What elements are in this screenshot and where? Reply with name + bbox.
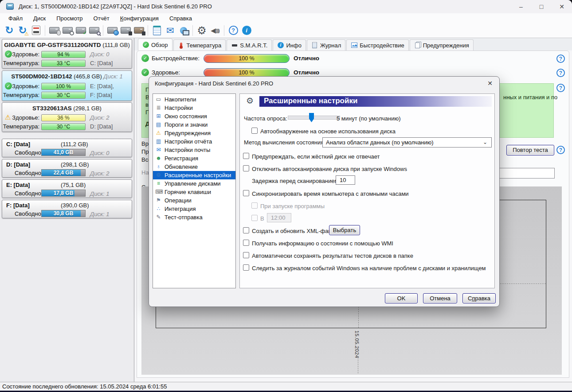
menu-disk[interactable]: Диск xyxy=(28,14,51,23)
info-icon[interactable]: i xyxy=(240,24,253,37)
ok-button[interactable]: OK xyxy=(385,293,418,303)
chart-date-label: 15.05.2024 xyxy=(354,330,360,358)
health-bar: 100 % xyxy=(41,83,86,90)
settings-gear-icon[interactable] xyxy=(195,24,208,37)
cancel-button[interactable]: Отмена xyxy=(423,293,457,303)
partition-panel-f[interactable]: F: [Data] (390,0 GB) Свободно 30,8 GB Ди… xyxy=(2,200,132,218)
maximize-button[interactable]: □ xyxy=(531,0,552,13)
nav-item-advanced-selected[interactable]: ⚙Расширенные настройки xyxy=(153,171,235,179)
notes-icon[interactable] xyxy=(150,24,164,37)
nav-item-test-send[interactable]: ✎Тест-отправка xyxy=(153,213,235,221)
partition-panel-c[interactable]: C: [Data] (111,2 GB) Свободно 41,0 GB Ди… xyxy=(2,139,132,157)
dialog-nav-list: ▭Накопители ≣Настройки ⊞Окно состояния ▤… xyxy=(153,93,236,288)
wmi-label[interactable]: Получать информацию о состоянии с помощь… xyxy=(252,240,393,247)
help-circle-icon[interactable] xyxy=(556,54,565,63)
menu-report[interactable]: Отчёт xyxy=(89,14,114,23)
tab-overview[interactable]: Обзор xyxy=(138,39,172,50)
disk-surface-test-icon[interactable] xyxy=(87,24,101,37)
disk-schedule-icon[interactable] xyxy=(61,24,74,37)
sounds-icon[interactable] xyxy=(208,24,222,37)
eventlog-label[interactable]: Следить за журналом событий Windows на н… xyxy=(252,265,486,272)
sync-time-checkbox[interactable] xyxy=(243,190,249,196)
menu-configuration[interactable]: Конфигурация xyxy=(115,14,164,23)
menu-file[interactable]: Файл xyxy=(4,14,27,23)
nav-item-thresholds[interactable]: ▤Пороги и значки xyxy=(153,120,235,129)
refresh-warning-icon[interactable]: ⚠ xyxy=(16,24,29,37)
disk-test-ok-icon[interactable]: ✓ xyxy=(74,24,87,37)
mail-icon[interactable] xyxy=(164,24,177,37)
warn-not-responding-checkbox[interactable] xyxy=(243,153,249,159)
drive-letters: E: [Data], xyxy=(90,83,114,89)
network-disk-icon[interactable] xyxy=(106,24,119,37)
autosave-tests-label[interactable]: Автоматически сохранять результаты тесто… xyxy=(252,252,413,259)
refresh-icon[interactable] xyxy=(3,24,16,37)
tab-smart[interactable]: S.M.A.R.T. xyxy=(227,39,272,50)
warning-icon: ⚠ xyxy=(155,130,162,136)
nav-item-alerts[interactable]: ⚠Предупреждения xyxy=(153,129,235,137)
slider-thumb[interactable] xyxy=(309,113,314,122)
remove-disk-icon[interactable] xyxy=(132,24,145,37)
tab-alerts[interactable]: Предупреждения xyxy=(410,39,474,50)
nav-item-status-window[interactable]: ⊞Окно состояния xyxy=(153,112,235,120)
tab-performance[interactable]: Быстродействие xyxy=(346,39,408,50)
partition-panel-d[interactable]: D: [Data] (298,1 GB) Свободно 22,4 GB Ди… xyxy=(2,159,132,178)
help-icon[interactable]: ? xyxy=(227,24,240,37)
disable-autoscan-label[interactable]: Отключить автосканирование диска при зап… xyxy=(252,166,407,172)
nav-item-hotkeys[interactable]: ⌨Горячие клавиши xyxy=(153,188,235,196)
usb-disk-icon[interactable] xyxy=(119,24,132,37)
partition-panel-e[interactable]: E: [Data] (75,1 GB) Свободно 17,8 GB Дис… xyxy=(2,179,132,198)
tab-bar: Обзор Температура S.M.A.R.T. Инфо Журнал… xyxy=(134,38,572,50)
tab-info[interactable]: Инфо xyxy=(273,39,306,50)
xml-file-label[interactable]: Создать и обновить XML-файл xyxy=(252,228,335,234)
nav-item-settings[interactable]: ≣Настройки xyxy=(153,104,235,112)
dialog-close-icon[interactable]: ✕ xyxy=(485,79,495,88)
globe-icon: ♁ xyxy=(155,163,162,170)
nav-item-drives[interactable]: ▭Накопители xyxy=(153,95,235,104)
warn-not-responding-label[interactable]: Предупреждать, если жёсткий диск не отве… xyxy=(252,153,380,160)
at-time-checkbox[interactable] xyxy=(251,215,258,221)
autosave-tests-checkbox[interactable] xyxy=(243,252,249,258)
smart-icon xyxy=(231,42,238,49)
help-circle-icon[interactable] xyxy=(556,84,565,92)
eventlog-checkbox[interactable] xyxy=(243,264,249,271)
nav-item-report-settings[interactable]: ▥Настройки отчёта xyxy=(153,137,235,146)
scan-delay-input[interactable] xyxy=(336,175,355,185)
method-dropdown[interactable]: Анализ области данных (по умолчанию)⌄ xyxy=(322,137,492,147)
report-icon[interactable] xyxy=(29,24,43,37)
on-start-checkbox[interactable] xyxy=(251,202,258,209)
wmi-checkbox[interactable] xyxy=(243,240,249,246)
app-icon xyxy=(6,3,14,10)
xml-file-checkbox[interactable] xyxy=(243,227,249,233)
disk-panel-gigabyte[interactable]: GIGABYTE GP-GSTFS31120GNTD (111,8 GB) Зд… xyxy=(2,39,132,69)
menu-help[interactable]: Справка xyxy=(165,14,197,23)
network-status-icon[interactable] xyxy=(177,24,190,37)
menu-view[interactable]: Просмотр xyxy=(51,14,87,23)
disk-detect-icon[interactable] xyxy=(47,24,61,37)
nav-item-registration[interactable]: ☻Регистрация xyxy=(153,154,235,163)
disk-panel-st500-selected[interactable]: ST500DM002-1BD142 (465,8 GB) Диск: 1 Здо… xyxy=(2,70,132,101)
minimize-button[interactable]: – xyxy=(511,0,531,13)
mail-icon: ✉ xyxy=(155,147,162,153)
nav-item-mail-settings[interactable]: ✉Настройки почты xyxy=(153,146,235,154)
help-circle-icon[interactable] xyxy=(556,69,565,77)
autodetect-checkbox[interactable] xyxy=(251,128,258,134)
retest-button[interactable]: Повтор теста xyxy=(506,145,554,155)
disk-number: Диск: 0 xyxy=(90,51,109,58)
nav-item-integration[interactable]: ∴Интеграция xyxy=(153,205,235,213)
help-circle-icon[interactable] xyxy=(556,146,565,154)
nav-item-operations[interactable]: ⚑Операции xyxy=(153,196,235,205)
nav-item-update[interactable]: ♁Обновление xyxy=(153,163,235,171)
help-button[interactable]: Справка xyxy=(462,293,496,303)
autodetect-label[interactable]: Автообнаружение на основе использования … xyxy=(260,128,396,135)
sync-time-label[interactable]: Синхронизировать время компьютера с атом… xyxy=(252,190,409,197)
tab-temperature[interactable]: Температура xyxy=(173,39,226,50)
at-time-label: В xyxy=(260,215,264,222)
choose-button[interactable]: Выбрать xyxy=(329,225,360,235)
close-button[interactable]: ✕ xyxy=(552,0,572,13)
nav-item-disk-management[interactable]: ≡Управление дисками xyxy=(153,179,235,188)
disk-panel-st332[interactable]: ST3320613AS (298,1 GB) Здоровье: 36 % Ди… xyxy=(2,102,132,132)
tab-log[interactable]: Журнал xyxy=(307,39,345,50)
poll-frequency-slider[interactable] xyxy=(288,116,340,120)
disable-autoscan-checkbox[interactable] xyxy=(243,165,249,171)
performance-rating: Отлично xyxy=(294,55,319,62)
